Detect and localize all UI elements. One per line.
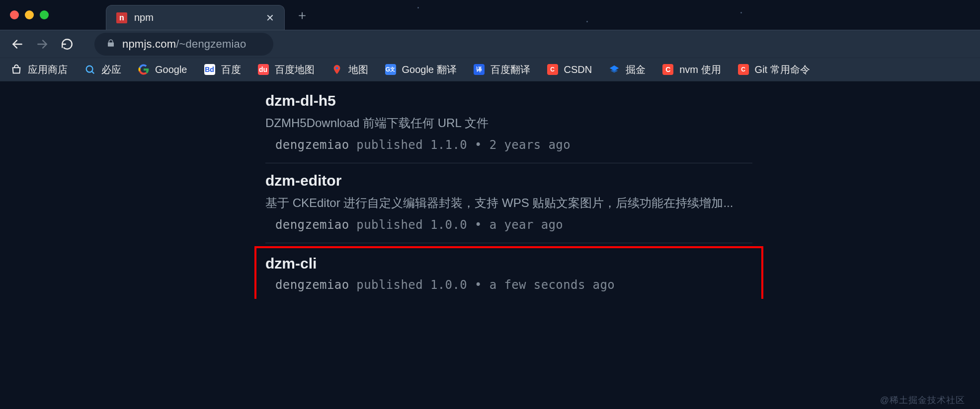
reload-button[interactable] xyxy=(61,38,74,51)
window-close-button[interactable] xyxy=(10,10,19,19)
bookmark-label: Google 翻译 xyxy=(402,63,457,76)
gtrans-icon: G文 xyxy=(385,64,396,75)
bdtrans-icon: 译 xyxy=(474,64,485,75)
bookmark-label: 必应 xyxy=(101,63,121,76)
bookmark-label: 掘金 xyxy=(626,63,646,76)
bookmark-google[interactable]: Google xyxy=(138,64,187,75)
watermark-text: @稀土掘金技术社区 xyxy=(880,394,965,406)
c-icon: C xyxy=(662,64,673,75)
bookmark-label: Git 常用命令 xyxy=(755,63,810,76)
package-version: 1.0.0 xyxy=(430,218,467,232)
bookmarks-bar: 应用商店必应GoogleBd百度du百度地图地图G文Google 翻译译百度翻译… xyxy=(0,58,980,81)
reload-icon xyxy=(61,38,74,51)
npm-favicon-icon: n xyxy=(116,12,127,23)
package-author-link[interactable]: dengzemiao xyxy=(275,138,349,152)
package-meta: dengzemiao published 1.0.0 • a year ago xyxy=(265,218,752,232)
svg-point-4 xyxy=(335,67,338,69)
meta-separator: • xyxy=(475,278,482,292)
bookmark-label: 百度 xyxy=(221,63,241,76)
page-content: dzm-dl-h5DZMH5Download 前端下载任何 URL 文件deng… xyxy=(0,81,980,409)
bookmark-google-translate[interactable]: G文Google 翻译 xyxy=(385,63,457,76)
arrow-right-icon xyxy=(36,38,49,51)
lock-icon xyxy=(106,39,115,50)
package-list: dzm-dl-h5DZMH5Download 前端下载任何 URL 文件deng… xyxy=(265,83,752,299)
package-time: a few seconds ago xyxy=(490,278,615,292)
bookmark-label: Google xyxy=(155,64,187,75)
package-name-link[interactable]: dzm-dl-h5 xyxy=(265,92,752,109)
google-icon xyxy=(138,64,149,75)
url-host: npmjs.com xyxy=(122,38,176,50)
url-text: npmjs.com/~dengzemiao xyxy=(122,38,246,51)
new-tab-button[interactable]: ＋ xyxy=(296,6,309,24)
meta-separator: • xyxy=(475,218,482,232)
bdmap-icon: du xyxy=(258,64,269,75)
juejin-icon xyxy=(609,64,620,75)
bookmark-label: CSDN xyxy=(564,64,592,75)
bookmark-baidu-translate[interactable]: 译百度翻译 xyxy=(474,63,530,76)
bing-icon xyxy=(84,64,95,75)
close-tab-button[interactable]: ✕ xyxy=(266,12,274,24)
bookmark-baidu-map[interactable]: du百度地图 xyxy=(258,63,315,76)
published-word: published xyxy=(356,278,423,292)
package-author-link[interactable]: dengzemiao xyxy=(275,218,349,232)
store-icon xyxy=(11,64,22,75)
package-item-dzm-editor: dzm-editor基于 CKEditor 进行自定义编辑器封装，支持 WPS … xyxy=(265,163,752,243)
url-path: /~dengzemiao xyxy=(176,38,246,50)
package-time: 2 years ago xyxy=(490,138,571,152)
csdn-icon: C xyxy=(547,64,558,75)
tab-title: npm xyxy=(134,12,259,23)
package-description: 基于 CKEditor 进行自定义编辑器封装，支持 WPS 贴贴文案图片，后续功… xyxy=(265,195,752,211)
browser-tabstrip: n npm ✕ ＋ xyxy=(0,0,980,30)
address-bar[interactable]: npmjs.com/~dengzemiao xyxy=(94,33,273,56)
window-zoom-button[interactable] xyxy=(40,10,49,19)
svg-marker-6 xyxy=(611,69,618,72)
package-name-link[interactable]: dzm-editor xyxy=(265,172,752,189)
bookmark-bing[interactable]: 必应 xyxy=(84,63,121,76)
package-description: DZMH5Download 前端下载任何 URL 文件 xyxy=(265,115,752,131)
bookmark-label: 应用商店 xyxy=(28,63,68,76)
forward-button[interactable] xyxy=(36,38,49,51)
package-meta: dengzemiao published 1.0.0 • a few secon… xyxy=(265,278,752,292)
bookmark-git[interactable]: CGit 常用命令 xyxy=(738,63,810,76)
bookmark-label: 百度翻译 xyxy=(490,63,530,76)
package-author-link[interactable]: dengzemiao xyxy=(275,278,349,292)
window-controls xyxy=(10,10,49,19)
package-meta: dengzemiao published 1.1.0 • 2 years ago xyxy=(265,138,752,152)
bookmark-baidu[interactable]: Bd百度 xyxy=(204,63,241,76)
package-time: a year ago xyxy=(490,218,564,232)
bookmark-ditu[interactable]: 地图 xyxy=(331,63,368,76)
arrow-left-icon xyxy=(11,38,24,51)
bookmark-juejin[interactable]: 掘金 xyxy=(609,63,646,76)
published-word: published xyxy=(356,218,423,232)
published-word: published xyxy=(356,138,423,152)
package-version: 1.1.0 xyxy=(430,138,467,152)
bookmark-app-store[interactable]: 应用商店 xyxy=(11,63,68,76)
package-item-dzm-dl-h5: dzm-dl-h5DZMH5Download 前端下载任何 URL 文件deng… xyxy=(265,83,752,163)
package-version: 1.0.0 xyxy=(430,278,467,292)
svg-line-3 xyxy=(92,71,94,74)
package-name-link[interactable]: dzm-cli xyxy=(265,255,752,272)
browser-tab[interactable]: n npm ✕ xyxy=(106,5,285,30)
package-item-dzm-cli: dzm-clidengzemiao published 1.0.0 • a fe… xyxy=(254,246,763,299)
browser-toolbar: npmjs.com/~dengzemiao xyxy=(0,30,980,58)
bookmark-label: 地图 xyxy=(348,63,368,76)
meta-separator: • xyxy=(475,138,482,152)
git-icon: C xyxy=(738,64,749,75)
svg-point-2 xyxy=(86,66,93,72)
back-button[interactable] xyxy=(11,38,24,51)
ditu-icon xyxy=(331,64,342,75)
window-minimize-button[interactable] xyxy=(25,10,34,19)
baidu-icon: Bd xyxy=(204,64,215,75)
bookmark-label: nvm 使用 xyxy=(679,63,721,76)
bookmark-label: 百度地图 xyxy=(275,63,315,76)
bookmark-nvm[interactable]: Cnvm 使用 xyxy=(662,63,721,76)
bookmark-csdn[interactable]: CCSDN xyxy=(547,64,592,75)
